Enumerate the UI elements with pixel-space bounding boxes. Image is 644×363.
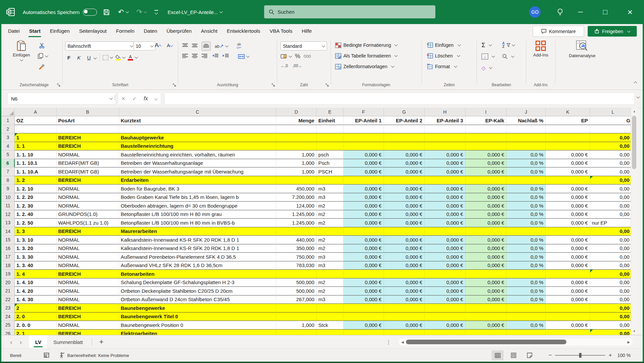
cell-B16[interactable]: NORMAL <box>57 244 119 253</box>
cell-E3[interactable] <box>317 133 343 142</box>
cell-I26[interactable] <box>465 330 507 335</box>
accounting-format-button[interactable] <box>281 54 292 59</box>
cell-L20[interactable]: 0,00 € <box>590 278 631 287</box>
col-header-H[interactable]: H <box>425 108 465 116</box>
cell-G11[interactable]: 0,000 € <box>384 202 425 210</box>
row-header-7[interactable]: 7 <box>1 167 15 176</box>
cell-D9[interactable]: 450,000 <box>276 185 317 193</box>
add-sheet-button[interactable]: + <box>99 338 104 346</box>
cell-A1[interactable]: OZ <box>15 116 57 125</box>
cell-A7[interactable]: 1. 1. 10.A <box>15 167 57 176</box>
number-format-select[interactable]: Standard <box>281 41 327 50</box>
cell-J4[interactable] <box>507 142 546 151</box>
cell-D5[interactable]: 1,000 <box>276 150 317 159</box>
cell-K18[interactable]: 0,000 € <box>546 261 590 270</box>
cell-A15[interactable]: 1. 3. 10 <box>15 236 57 244</box>
redo-button[interactable]: ↷ <box>136 8 147 16</box>
row-header-11[interactable]: 11 <box>1 202 15 210</box>
cell-B7[interactable]: BEDARF(MIT GB) <box>57 167 119 176</box>
cell-E18[interactable]: m3 <box>317 261 343 270</box>
cell-C1[interactable]: Kurztext <box>119 116 276 125</box>
cell-D7[interactable]: 1,000 <box>276 167 317 176</box>
cell-I12[interactable]: 0,000 € <box>465 210 507 219</box>
cell-F6[interactable]: 0,000 € <box>343 159 384 168</box>
cell-C8[interactable]: Erdarbeiten <box>119 176 276 185</box>
data-analysis-button[interactable]: Datenanalyse <box>567 40 597 58</box>
formula-input[interactable] <box>165 93 635 105</box>
cell-F25[interactable]: 0,000 € <box>343 321 384 330</box>
cell-E4[interactable] <box>317 142 343 151</box>
cell-D16[interactable]: 350,000 <box>276 244 317 253</box>
cell-E21[interactable]: m2 <box>317 287 343 295</box>
vertical-scrollbar[interactable]: ▲ ▼ <box>631 108 638 335</box>
row-header-8[interactable]: 8 <box>1 176 15 185</box>
doc-title-chevron[interactable] <box>219 10 223 13</box>
cell-J18[interactable]: 0,0 % <box>507 261 546 270</box>
cell-L18[interactable]: 0,00 € <box>590 261 631 270</box>
cell-E12[interactable]: m2 <box>317 210 343 219</box>
cell-K24[interactable] <box>546 313 590 321</box>
cell-H11[interactable]: 0,000 € <box>425 202 465 210</box>
cell-A14[interactable]: 1. 3 <box>15 227 57 236</box>
cell-K8[interactable] <box>546 176 590 185</box>
cell-B5[interactable]: NORMAL <box>57 150 119 159</box>
cell-H3[interactable] <box>425 133 465 142</box>
cell-B19[interactable]: BEREICH <box>57 270 119 278</box>
row-header-4[interactable]: 4 <box>1 142 15 151</box>
expand-formula-bar-icon[interactable] <box>637 95 640 99</box>
col-header-C[interactable]: C <box>119 108 276 116</box>
tabbar-kebab-icon[interactable]: ⋮ <box>386 339 391 345</box>
cell-C5[interactable]: Baustelleneinrichtung einrichten, vorhal… <box>119 150 276 159</box>
cell-G25[interactable]: 0,000 € <box>384 321 425 330</box>
insert-cells-button[interactable]: Einfügen <box>427 41 460 49</box>
cell-E10[interactable]: m3 <box>317 193 343 202</box>
borders-button[interactable] <box>103 53 113 62</box>
col-header-I[interactable]: I <box>465 108 507 116</box>
search-input[interactable]: Suchen <box>264 5 435 18</box>
cell-H10[interactable]: 0,000 € <box>425 193 465 202</box>
increase-font-size-button[interactable]: A <box>155 41 161 49</box>
cell-B14[interactable]: BEREICH <box>57 227 119 236</box>
cell-G15[interactable]: 0,000 € <box>384 236 425 244</box>
cell-L7[interactable]: 0,00 € <box>590 167 631 176</box>
cell-C9[interactable]: Boden für Baugrube, BK 3 <box>119 185 276 193</box>
cell-F13[interactable]: 0,000 € <box>343 219 384 227</box>
cell-A3[interactable]: 1 <box>15 133 57 142</box>
cell-B1[interactable]: PosArt <box>57 116 119 125</box>
cell-J14[interactable] <box>507 227 546 236</box>
col-header-G[interactable]: G <box>384 108 425 116</box>
cell-A2[interactable] <box>15 125 57 134</box>
cell-H14[interactable] <box>425 227 465 236</box>
cell-L2[interactable] <box>590 125 631 134</box>
cell-B25[interactable]: NORMAL <box>57 321 119 330</box>
col-header-K[interactable]: K <box>546 108 590 116</box>
row-header-10[interactable]: 10 <box>1 193 15 202</box>
cell-A6[interactable]: 1. 1. 10.1 <box>15 159 57 168</box>
cell-C12[interactable]: Betonpflaster L/B 100/100 mm H 80 mm gra… <box>119 210 276 219</box>
cell-J25[interactable]: 0,0 % <box>507 321 546 330</box>
cell-D2[interactable] <box>276 125 317 134</box>
cell-I18[interactable]: 0,000 € <box>465 261 507 270</box>
cell-I10[interactable]: 0,000 € <box>465 193 507 202</box>
accessibility-icon[interactable] <box>59 352 65 358</box>
wrap-text-button[interactable]: abc↩ <box>237 43 241 49</box>
horizontal-scrollbar-thumb[interactable] <box>406 340 566 344</box>
scroll-right-icon[interactable]: ▶ <box>627 340 630 344</box>
cell-K20[interactable]: 0,000 € <box>546 278 590 287</box>
cell-K6[interactable]: 0,000 € <box>546 159 590 168</box>
cell-B6[interactable]: BEDARF(MIT GB) <box>57 159 119 168</box>
orientation-button[interactable]: ab↗ <box>215 43 228 49</box>
row-header-5[interactable]: 5 <box>1 150 15 159</box>
format-cells-button[interactable]: Format <box>427 62 457 71</box>
cell-F24[interactable] <box>343 313 384 321</box>
cell-K22[interactable]: 0,000 € <box>546 295 590 304</box>
ribbon-tab-überprüfen[interactable]: Überprüfen <box>162 24 196 37</box>
cell-J12[interactable]: 0,0 % <box>507 210 546 219</box>
cell-F7[interactable]: 0,000 € <box>343 167 384 176</box>
cell-A22[interactable]: 1. 4. 30 <box>15 295 57 304</box>
decrease-font-size-button[interactable]: A <box>167 41 173 49</box>
increase-decimal-button[interactable]: ←,0 <box>281 64 288 68</box>
cell-H8[interactable] <box>425 176 465 185</box>
cell-D19[interactable] <box>276 270 317 278</box>
clear-button[interactable]: ◇ <box>481 64 492 72</box>
